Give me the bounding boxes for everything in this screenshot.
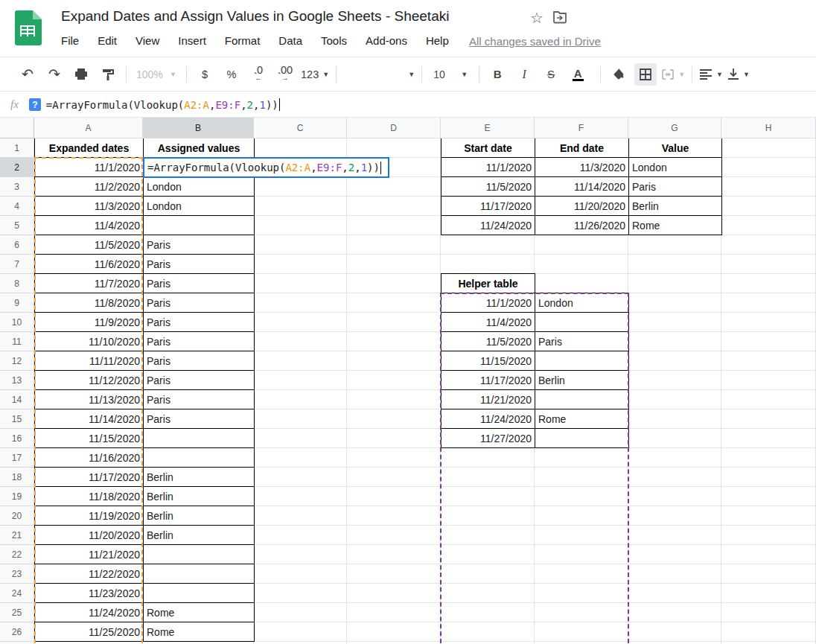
cell-F16[interactable] <box>535 429 629 448</box>
cell-B4[interactable]: London <box>144 197 255 216</box>
column-header-B[interactable]: B <box>143 118 254 138</box>
cell-A17[interactable]: 11/16/2020 <box>35 448 144 468</box>
row-header-7[interactable]: 7 <box>0 255 34 274</box>
font-family-dropdown[interactable]: ▼ <box>343 63 415 86</box>
cell-E3[interactable]: 11/5/2020 <box>442 177 535 197</box>
row-header-10[interactable]: 10 <box>0 313 34 332</box>
column-header-F[interactable]: F <box>535 118 628 138</box>
column-header-C[interactable]: C <box>254 118 347 138</box>
cell-E16[interactable]: 11/27/2020 <box>442 429 535 448</box>
cell-B22[interactable] <box>144 545 255 564</box>
vertical-align-dropdown[interactable]: ▼ <box>727 63 750 86</box>
cell-E10[interactable]: 11/4/2020 <box>442 313 535 332</box>
cell-A7[interactable]: 11/6/2020 <box>35 255 144 274</box>
fill-color-button[interactable] <box>608 63 630 86</box>
cell-B8[interactable]: Paris <box>144 274 255 293</box>
row-header-8[interactable]: 8 <box>0 274 34 293</box>
row-header-4[interactable]: 4 <box>0 197 34 216</box>
cell-B1[interactable]: Assigned values <box>144 138 255 158</box>
row-header-14[interactable]: 14 <box>0 390 34 409</box>
menu-addons[interactable]: Add-ons <box>366 34 407 47</box>
cell-B6[interactable]: Paris <box>144 235 255 255</box>
save-status[interactable]: All changes saved in Drive <box>469 35 601 48</box>
redo-button[interactable]: ↷ <box>43 63 66 86</box>
cell-A5[interactable]: 11/4/2020 <box>35 216 144 235</box>
cell-B24[interactable] <box>144 584 255 603</box>
cell-F10[interactable] <box>535 313 629 332</box>
cell-A11[interactable]: 11/10/2020 <box>35 332 144 351</box>
strikethrough-button[interactable]: S <box>540 63 562 86</box>
cell-editor-b2[interactable]: =ArrayFormula(Vlookup(A2:A,E9:F,2,1)) <box>143 157 389 178</box>
cell-A4[interactable]: 11/3/2020 <box>35 197 144 216</box>
cell-B23[interactable] <box>144 564 255 584</box>
row-header-11[interactable]: 11 <box>0 332 34 351</box>
increase-decimal-button[interactable]: .00→ <box>274 63 296 86</box>
cell-A9[interactable]: 11/8/2020 <box>35 293 144 313</box>
row-header-12[interactable]: 12 <box>0 351 34 371</box>
cell-F12[interactable] <box>535 351 629 371</box>
grid-corner[interactable] <box>0 118 34 138</box>
row-header-16[interactable]: 16 <box>0 429 34 448</box>
cell-A14[interactable]: 11/13/2020 <box>35 390 144 409</box>
italic-button[interactable]: I <box>513 63 535 86</box>
zoom-dropdown[interactable]: 100% ▼ <box>133 63 179 86</box>
cell-A15[interactable]: 11/14/2020 <box>35 409 144 429</box>
column-header-D[interactable]: D <box>347 118 441 138</box>
formula-help-badge[interactable]: ? <box>29 98 41 111</box>
cell-F15[interactable]: Rome <box>535 409 629 429</box>
cell-B16[interactable] <box>144 429 255 448</box>
cell-E15[interactable]: 11/24/2020 <box>442 409 535 429</box>
font-size-dropdown[interactable]: 10 ▼ <box>429 63 472 86</box>
cell-E13[interactable]: 11/17/2020 <box>442 371 535 390</box>
sheets-logo-icon[interactable] <box>12 9 43 46</box>
menu-data[interactable]: Data <box>278 34 302 47</box>
cell-F5[interactable]: 11/26/2020 <box>535 216 629 235</box>
cell-F4[interactable]: 11/20/2020 <box>535 197 629 216</box>
menu-tools[interactable]: Tools <box>321 34 347 47</box>
row-header-18[interactable]: 18 <box>0 468 34 487</box>
row-header-22[interactable]: 22 <box>0 545 34 564</box>
row-header-15[interactable]: 15 <box>0 409 34 429</box>
cell-B18[interactable]: Berlin <box>144 468 255 487</box>
text-color-button[interactable]: A <box>567 63 589 86</box>
row-header-9[interactable]: 9 <box>0 293 34 313</box>
row-header-6[interactable]: 6 <box>0 235 34 255</box>
menu-format[interactable]: Format <box>225 34 261 47</box>
cell-F3[interactable]: 11/14/2020 <box>535 177 629 197</box>
cell-E8[interactable]: Helper table <box>442 274 535 293</box>
cell-B26[interactable]: Rome <box>144 622 255 642</box>
format-currency-button[interactable]: $ <box>194 63 216 86</box>
cell-A10[interactable]: 11/9/2020 <box>35 313 144 332</box>
cell-A12[interactable]: 11/11/2020 <box>35 351 144 371</box>
menu-edit[interactable]: Edit <box>98 34 117 47</box>
cell-G4[interactable]: Berlin <box>629 197 722 216</box>
cell-A6[interactable]: 11/5/2020 <box>35 235 144 255</box>
cell-A8[interactable]: 11/7/2020 <box>35 274 144 293</box>
cell-A22[interactable]: 11/21/2020 <box>35 545 144 564</box>
cell-B13[interactable]: Paris <box>144 371 255 390</box>
cell-F13[interactable]: Berlin <box>535 371 629 390</box>
menu-view[interactable]: View <box>136 34 159 47</box>
cell-B15[interactable]: Paris <box>144 409 255 429</box>
menu-help[interactable]: Help <box>426 34 449 47</box>
row-header-17[interactable]: 17 <box>0 448 34 468</box>
spreadsheet-grid[interactable]: ABCDEFGH12345678910111213141516171819202… <box>0 118 816 644</box>
column-header-G[interactable]: G <box>628 118 721 138</box>
cell-A13[interactable]: 11/12/2020 <box>35 371 144 390</box>
formula-input[interactable]: =ArrayFormula(Vlookup(A2:A,E9:F,2,1)) <box>46 98 280 111</box>
decrease-decimal-button[interactable]: .0← <box>247 63 270 86</box>
cell-B21[interactable]: Berlin <box>144 526 255 545</box>
row-header-3[interactable]: 3 <box>0 177 34 197</box>
cell-B10[interactable]: Paris <box>144 313 255 332</box>
cell-A18[interactable]: 11/17/2020 <box>35 468 144 487</box>
row-header-13[interactable]: 13 <box>0 371 34 390</box>
cell-A2[interactable]: 11/1/2020 <box>35 158 144 177</box>
row-header-5[interactable]: 5 <box>0 216 34 235</box>
horizontal-align-dropdown[interactable]: ▼ <box>699 63 723 86</box>
row-header-1[interactable]: 1 <box>0 138 34 158</box>
cell-B20[interactable]: Berlin <box>144 506 255 526</box>
row-header-24[interactable]: 24 <box>0 584 34 603</box>
cell-A24[interactable]: 11/23/2020 <box>35 584 144 603</box>
row-header-26[interactable]: 26 <box>0 622 34 642</box>
cell-A26[interactable]: 11/25/2020 <box>35 622 144 642</box>
